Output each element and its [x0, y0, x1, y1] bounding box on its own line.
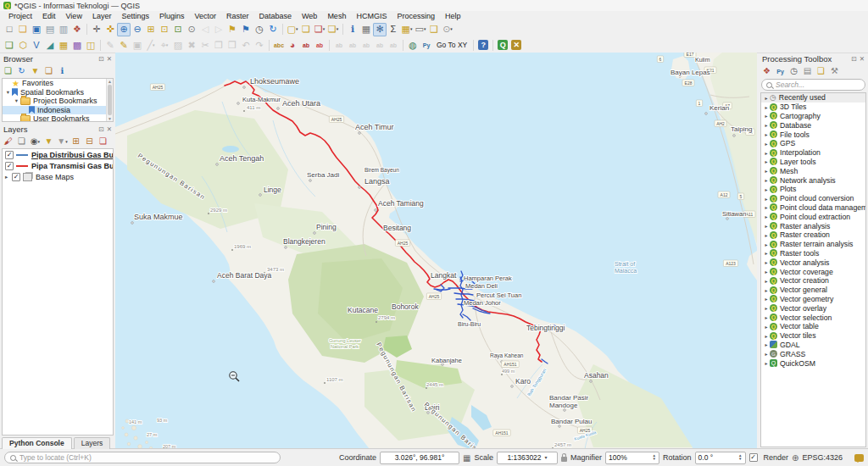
pan-to-selection-icon[interactable]: ✜ [103, 23, 117, 36]
layer-visibility-checkbox[interactable]: ✓ [5, 162, 14, 170]
toolbox-group-layer-tools[interactable]: ▸QLayer tools [761, 158, 865, 167]
remove-layer-icon[interactable]: ❏ [97, 136, 109, 147]
toolbox-group-vector-table[interactable]: ▸QVector table [761, 322, 865, 331]
zoom-to-layer-icon[interactable]: ⊡ [171, 23, 185, 36]
add-group-icon[interactable]: ❏ [15, 136, 28, 147]
refresh-map-icon[interactable]: ↻ [266, 23, 280, 36]
map-tips-icon[interactable]: ❑ [427, 23, 441, 36]
locate-input[interactable]: Type to locate (Ctrl+K) [4, 452, 281, 463]
layer-row-pipa-distribusi-gas-bumi[interactable]: ✓Pipa Distribusi Gas Bumi [3, 149, 113, 160]
filter-legend-icon[interactable]: ▼ [42, 136, 55, 147]
layer-styling-icon[interactable]: 🖌 [2, 136, 14, 147]
menu-plugins[interactable]: Plugins [154, 12, 190, 20]
toolbox-group-network-analysis[interactable]: ▸QNetwork analysis [761, 175, 865, 185]
coordinate-input[interactable]: 3.026°, 96.981° [380, 452, 459, 464]
toggle-editing-icon[interactable]: ✎ [117, 38, 131, 52]
expand-all-icon[interactable]: ⊞ [70, 136, 82, 147]
paste-features-icon[interactable]: ❒ [225, 38, 239, 52]
add-feature-icon[interactable]: ╱▾ [144, 38, 158, 52]
layer-visibility-checkbox[interactable]: ✓ [12, 173, 20, 181]
toolbox-group-vector-geometry[interactable]: ▸QVector geometry [761, 295, 865, 304]
new-print-layout-icon[interactable]: ▤ [43, 23, 57, 36]
toolbox-group-vector-overlay[interactable]: ▸QVector overlay [761, 303, 865, 313]
labeling-options-icon[interactable]: ab [299, 38, 313, 52]
zoom-in-icon[interactable]: ⊕ [117, 23, 131, 36]
browser-item-user-bookmarks[interactable]: User Bookmarks [3, 114, 113, 122]
pan-map-icon[interactable]: ✛ [90, 23, 103, 36]
menu-settings[interactable]: Settings [116, 12, 154, 20]
toolbox-group-point-cloud-conversion[interactable]: ▸QPoint cloud conversion [761, 194, 865, 203]
identify-features-icon[interactable]: ℹ [346, 23, 359, 36]
diagram-options-icon[interactable]: ab [313, 38, 326, 52]
toolbox-group-gdal[interactable]: ▸GDAL [761, 341, 865, 350]
magnifier-spinner[interactable]: 100%▲▼ [605, 452, 659, 464]
browser-item-favorites[interactable]: ★Favorites [3, 79, 113, 88]
new-project-icon[interactable]: □ [3, 23, 16, 36]
browser-collapse-icon[interactable]: ❏ [42, 65, 55, 77]
help-contents-icon[interactable]: ? [476, 38, 490, 52]
select-by-value-icon[interactable]: ❏ [299, 23, 313, 36]
collapse-all-icon[interactable]: ⊟ [83, 136, 96, 147]
measure-icon[interactable]: ▭▾ [414, 23, 427, 36]
toolbox-group-point-cloud-data-management[interactable]: ▸QPoint cloud data management [761, 203, 865, 213]
toolbox-group-raster-tools[interactable]: ▸QRaster tools [761, 249, 865, 258]
toolbox-options-icon[interactable]: ⚒ [828, 65, 841, 77]
toolbox-group-interpolation[interactable]: ▸QInterpolation [761, 148, 865, 158]
python-console-icon[interactable]: Py [420, 38, 433, 52]
add-vector-layer-icon[interactable]: V [30, 38, 43, 52]
menu-web[interactable]: Web [297, 12, 322, 20]
toolbox-group-vector-selection[interactable]: ▸QVector selection [761, 313, 865, 322]
layers-float-icon[interactable]: ⊡ [98, 125, 103, 133]
go-to-xy-button[interactable]: Go To XY [433, 38, 470, 52]
toolbox-group-database[interactable]: ▸QDatabase [761, 120, 865, 130]
layer-expand-icon[interactable]: ▸ [5, 174, 12, 180]
zoom-native-icon[interactable]: ⊙ [185, 23, 198, 36]
browser-add-icon[interactable]: ❏ [2, 65, 14, 77]
layer-diagram-icon[interactable]: ◕ [286, 38, 299, 52]
new-bookmark-icon[interactable]: ⚑ [225, 23, 239, 36]
select-features-icon[interactable]: ▢▾ [286, 23, 299, 36]
deselect-features-icon[interactable]: ❏▾ [313, 23, 326, 36]
toolbox-group-vector-tiles[interactable]: ▸QVector tiles [761, 331, 865, 341]
add-geopackage-icon[interactable]: ⬡ [16, 38, 30, 52]
browser-refresh-icon[interactable]: ↻ [15, 65, 28, 77]
render-checkbox[interactable]: ✓ [749, 453, 758, 462]
tab-python-console[interactable]: Python Console [2, 437, 72, 449]
browser-properties-icon[interactable]: ℹ [56, 65, 69, 77]
toolbox-search-input[interactable]: Search... [761, 79, 865, 91]
messages-icon[interactable] [854, 454, 864, 462]
open-table-icon[interactable]: ▦▾ [400, 23, 414, 36]
style-manager-icon[interactable]: ❖ [70, 23, 84, 36]
toolbox-models-icon[interactable]: ❖ [760, 65, 773, 77]
show-hide-labels-icon[interactable]: ab [359, 38, 373, 52]
toolbox-group-raster-creation[interactable]: ▸QRaster creation [761, 230, 865, 240]
extents-toggle-icon[interactable]: ▦ [463, 453, 470, 463]
hcmgis-plugin-icon[interactable]: ✕ [509, 38, 523, 52]
toolbox-group-grass[interactable]: ▸GGRASS [761, 349, 865, 358]
layer-row-pipa-transmisi-gas-bumi[interactable]: ✓Pipa Transmisi Gas Bumi [3, 160, 113, 171]
toolbox-group-plots[interactable]: ▸QPlots [761, 185, 865, 194]
redo-icon[interactable]: ↷ [253, 38, 266, 52]
undo-icon[interactable]: ↶ [239, 38, 253, 52]
browser-float-icon[interactable]: ⊡ [98, 55, 103, 63]
map-themes-icon[interactable]: ◉▾ [29, 136, 42, 147]
toolbox-group-raster-analysis[interactable]: ▸QRaster analysis [761, 221, 865, 230]
data-source-manager-icon[interactable]: ❏ [3, 38, 16, 52]
show-bookmarks-icon[interactable]: ⚑ [239, 23, 253, 36]
layer-labeling-icon[interactable]: abc [272, 38, 286, 52]
layers-close-icon[interactable]: ✕ [107, 125, 112, 133]
cut-features-icon[interactable]: ✂ [198, 38, 212, 52]
menu-layer[interactable]: Layer [87, 12, 117, 20]
toolbox-python-icon[interactable]: Py [774, 65, 787, 77]
toolbox-group-quickosm[interactable]: ▸QQuickOSM [761, 358, 865, 368]
toolbox-group-recently-used[interactable]: ▸◷Recently used [761, 93, 865, 103]
menu-project[interactable]: Project [3, 12, 37, 20]
toolbox-history-icon[interactable]: ◷ [787, 65, 800, 77]
temporal-controller-icon[interactable]: ◷ [253, 23, 266, 36]
scale-combo[interactable]: 1:1363022▾ [497, 452, 558, 464]
current-edits-icon[interactable]: ✎ [103, 38, 117, 52]
toolbox-group-vector-coverage[interactable]: ▸QVector coverage [761, 267, 865, 276]
browser-filter-icon[interactable]: ▼ [29, 65, 42, 77]
zoom-to-selection-icon[interactable]: ⊡ [158, 23, 171, 36]
quickosm-plugin-icon[interactable]: Q [496, 38, 509, 52]
